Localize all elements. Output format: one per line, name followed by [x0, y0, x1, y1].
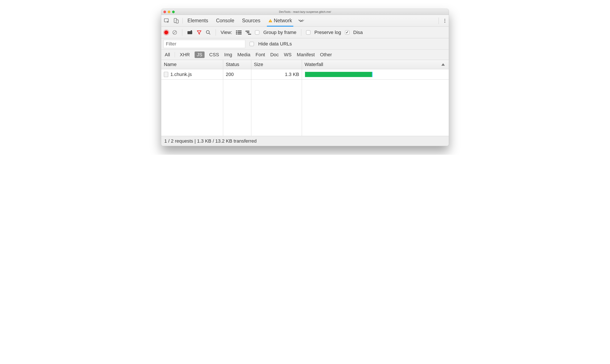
clear-icon[interactable]: [172, 30, 177, 35]
svg-rect-7: [191, 30, 192, 32]
preserve-log-label: Preserve log: [314, 30, 341, 35]
svg-rect-13: [236, 34, 237, 34]
warning-icon: [268, 19, 273, 23]
svg-rect-3: [270, 20, 271, 21]
svg-rect-2: [176, 20, 178, 23]
svg-rect-10: [238, 30, 242, 31]
separator: [182, 29, 182, 36]
window-titlebar: DevTools - react-lazy-suspense.glitch.me…: [161, 9, 449, 15]
svg-rect-6: [187, 31, 192, 34]
network-table: Name Status Size Waterfall 1.chunk.js 20…: [161, 60, 449, 136]
cell-size[interactable]: 1.3 KB: [251, 69, 302, 80]
svg-rect-16: [247, 32, 249, 33]
type-css[interactable]: CSS: [209, 52, 220, 58]
hide-data-urls-label: Hide data URLs: [258, 41, 292, 47]
cell-status[interactable]: 200: [223, 69, 251, 80]
type-doc[interactable]: Doc: [270, 52, 279, 58]
svg-rect-4: [270, 21, 271, 22]
toggle-device-icon[interactable]: [173, 18, 179, 24]
inspect-element-icon[interactable]: [164, 18, 169, 24]
panel-tabstrip: Elements Console Sources Network: [161, 15, 449, 27]
svg-rect-15: [246, 31, 249, 32]
tab-label: Network: [274, 18, 292, 24]
col-status[interactable]: Status: [223, 60, 251, 69]
waterfall-bar: [305, 72, 373, 77]
window-title: DevTools - react-lazy-suspense.glitch.me…: [161, 10, 449, 13]
group-by-frame-checkbox[interactable]: [255, 30, 259, 35]
type-other[interactable]: Other: [320, 52, 332, 58]
tabs-overflow-button[interactable]: [292, 19, 304, 23]
filter-bar: Hide data URLs: [161, 38, 449, 50]
capture-screenshots-icon[interactable]: [187, 30, 193, 35]
col-size[interactable]: Size: [251, 60, 302, 69]
col-waterfall[interactable]: Waterfall: [302, 60, 449, 69]
cell-waterfall[interactable]: [302, 69, 449, 80]
view-label: View:: [221, 30, 232, 35]
svg-rect-17: [248, 34, 251, 35]
tab-label: Elements: [187, 18, 208, 24]
filter-input[interactable]: [163, 40, 245, 48]
type-media[interactable]: Media: [237, 52, 251, 58]
type-all[interactable]: All: [164, 52, 170, 58]
tab-sources[interactable]: Sources: [242, 15, 260, 26]
large-rows-icon[interactable]: [236, 30, 242, 35]
request-name: 1.chunk.js: [170, 72, 192, 77]
group-by-frame-label: Group by frame: [263, 30, 296, 35]
disable-cache-checkbox[interactable]: [345, 30, 349, 35]
svg-rect-11: [236, 32, 237, 33]
record-button[interactable]: [164, 30, 168, 34]
type-manifest[interactable]: Manifest: [296, 52, 315, 58]
network-toolbar: View: Group by frame Preserve log Disa: [161, 27, 449, 38]
tab-console[interactable]: Console: [216, 15, 234, 26]
network-statusbar: 1 / 2 requests | 1.3 KB / 13.2 KB transf…: [161, 136, 449, 146]
tab-label: Sources: [242, 18, 260, 24]
svg-rect-14: [238, 34, 242, 34]
tab-elements[interactable]: Elements: [187, 15, 208, 26]
col-waterfall-label: Waterfall: [305, 62, 323, 67]
tab-network[interactable]: Network: [268, 15, 292, 26]
svg-point-8: [206, 30, 209, 34]
more-options-icon[interactable]: [443, 19, 446, 23]
tab-label: Console: [216, 18, 234, 24]
disable-cache-label: Disa: [353, 30, 363, 35]
separator: [175, 52, 175, 57]
filter-icon[interactable]: [196, 30, 202, 35]
script-file-icon: [164, 72, 168, 77]
cell-name[interactable]: 1.chunk.js: [161, 69, 223, 80]
preserve-log-checkbox[interactable]: [306, 30, 311, 35]
type-font[interactable]: Font: [255, 52, 265, 58]
search-icon[interactable]: [206, 30, 211, 35]
separator: [216, 29, 216, 36]
request-type-filterbar: All XHR JS CSS Img Media Font Doc WS Man…: [161, 50, 449, 60]
type-xhr[interactable]: XHR: [179, 52, 190, 58]
type-ws[interactable]: WS: [284, 52, 292, 58]
svg-rect-9: [236, 30, 237, 31]
devtools-window: DevTools - react-lazy-suspense.glitch.me…: [161, 9, 449, 146]
panel-tabs: Elements Console Sources Network: [187, 15, 292, 26]
sort-asc-icon: [441, 64, 445, 66]
col-name[interactable]: Name: [161, 60, 223, 69]
svg-rect-12: [238, 32, 242, 33]
overview-icon[interactable]: [246, 30, 251, 35]
type-js[interactable]: JS: [195, 52, 205, 58]
separator: [439, 17, 439, 24]
hide-data-urls-checkbox[interactable]: [250, 42, 254, 46]
type-img[interactable]: Img: [224, 52, 233, 58]
table-empty-area: [161, 80, 449, 136]
status-summary: 1 / 2 requests | 1.3 KB / 13.2 KB transf…: [164, 138, 257, 144]
